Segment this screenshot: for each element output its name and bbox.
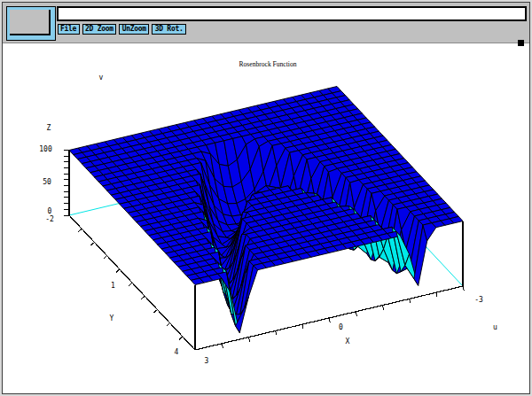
plot-title: Rosenbrock Function <box>239 58 296 67</box>
x-tick-3: 3 <box>204 356 208 364</box>
z-tick-50: 50 <box>43 177 51 185</box>
y-tick-1: 1 <box>111 281 115 289</box>
scilab-graphic-window: File2D ZoomUnZoom3D Rot. Rosenbrock Func… <box>0 0 532 396</box>
z-tick-100: 100 <box>39 144 52 152</box>
plot-area[interactable]: Rosenbrock FunctionvZ100500-21Y430X-3u <box>3 43 529 393</box>
surface-mesh <box>69 86 463 332</box>
x-axis-alt-label: u <box>493 323 497 331</box>
x-axis-label: X <box>345 337 349 345</box>
z-axis-label: Z <box>46 123 51 131</box>
x-tick-0: 0 <box>339 322 343 330</box>
y-tick-minus2: -2 <box>45 215 54 223</box>
x-tick-minus3: -3 <box>474 295 483 303</box>
window-frame: File2D ZoomUnZoom3D Rot. Rosenbrock Func… <box>2 2 530 394</box>
plot-canvas: Rosenbrock FunctionvZ100500-21Y430X-3u <box>0 0 532 396</box>
z-tick-0: 0 <box>47 207 51 215</box>
y-axis-alt-label: v <box>98 73 103 81</box>
panel-corner-marker <box>518 40 524 46</box>
y-axis-label: Y <box>109 314 113 322</box>
y-tick-4: 4 <box>174 347 178 355</box>
